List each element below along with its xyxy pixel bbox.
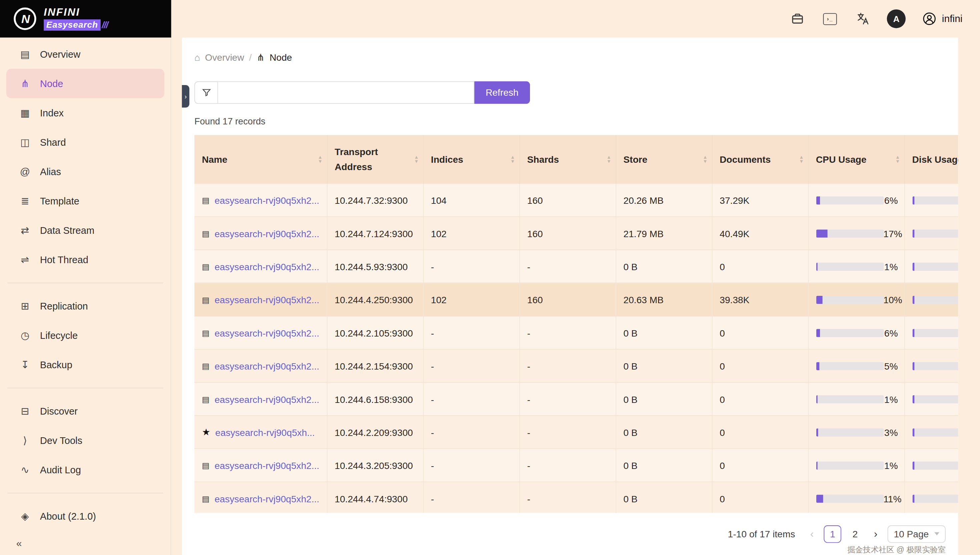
sidebar-collapse-button[interactable]: « bbox=[16, 537, 22, 549]
column-header-name[interactable]: Name▴▾ bbox=[194, 135, 327, 184]
transport-address-cell: 10.244.7.32:9300 bbox=[327, 184, 423, 217]
sidebar-divider bbox=[8, 493, 163, 494]
refresh-button[interactable]: Refresh bbox=[474, 81, 530, 103]
sidebar-item-label: Data Stream bbox=[40, 225, 94, 236]
discover-icon: ⊟ bbox=[19, 405, 31, 417]
sidebar-item-lifecycle[interactable]: ◷Lifecycle bbox=[6, 321, 164, 350]
page-button-1[interactable]: 1 bbox=[824, 525, 841, 543]
column-header-cpu[interactable]: CPU Usage▴▾ bbox=[808, 135, 904, 184]
sort-control-icon[interactable]: ▴▾ bbox=[319, 156, 321, 164]
store-cell: 0 B bbox=[615, 316, 712, 350]
page-size-select[interactable]: 10 Page bbox=[888, 525, 946, 543]
sidebar-item-about[interactable]: ◈About (2.1.0) bbox=[6, 502, 164, 531]
sidebar-item-discover[interactable]: ⊟Discover bbox=[6, 396, 164, 426]
node-name-link[interactable]: easysearch-rvj90q5xh2... bbox=[215, 295, 319, 305]
node-name-link[interactable]: easysearch-rvj90q5xh2... bbox=[215, 228, 319, 239]
transport-address-cell: 10.244.4.250:9300 bbox=[327, 283, 423, 316]
breadcrumb-node[interactable]: Node bbox=[270, 52, 292, 63]
workbench-icon[interactable] bbox=[789, 11, 806, 27]
sidebar-item-hot-thread[interactable]: ⇌Hot Thread bbox=[6, 245, 164, 274]
node-name-link[interactable]: easysearch-rvj90q5xh2... bbox=[215, 361, 319, 372]
transport-address-cell: 10.244.3.205:9300 bbox=[327, 449, 423, 482]
page-button-2[interactable]: 2 bbox=[846, 525, 864, 543]
sidebar-item-dev-tools[interactable]: ⟩Dev Tools bbox=[6, 426, 164, 455]
watermark: 掘金技术社区 @ 极限实验室 bbox=[194, 544, 946, 555]
panel-expand-handle[interactable]: › bbox=[182, 85, 190, 108]
sidebar-item-label: Lifecycle bbox=[40, 330, 78, 341]
node-name-link[interactable]: easysearch-rvj90q5xh2... bbox=[215, 460, 319, 471]
sort-control-icon[interactable]: ▴▾ bbox=[608, 156, 610, 164]
brand-logo[interactable]: N INFINI Easysearch /// bbox=[0, 0, 171, 38]
nodes-table-container[interactable]: Name▴▾Transport Address▴▾Indices▴▾Shards… bbox=[194, 135, 958, 513]
node-name-link[interactable]: easysearch-rvj90q5xh2... bbox=[215, 394, 319, 404]
column-header-store[interactable]: Store▴▾ bbox=[615, 135, 712, 184]
avatar[interactable]: A bbox=[887, 9, 906, 28]
node-row: ▤easysearch-rvj90q5xh2...10.244.4.74:930… bbox=[194, 482, 958, 512]
store-cell: 0 B bbox=[615, 482, 712, 512]
svg-text:N: N bbox=[21, 12, 30, 26]
sidebar-item-node[interactable]: ⋔Node bbox=[6, 69, 164, 98]
sort-control-icon[interactable]: ▴▾ bbox=[800, 156, 803, 164]
sidebar-item-label: Backup bbox=[40, 359, 72, 371]
sidebar-item-label: Node bbox=[40, 78, 63, 89]
hot-thread-icon: ⇌ bbox=[19, 254, 31, 266]
column-header-indices[interactable]: Indices▴▾ bbox=[423, 135, 520, 184]
filter-button[interactable] bbox=[194, 81, 218, 103]
sort-control-icon[interactable]: ▴▾ bbox=[415, 156, 418, 164]
sidebar-item-index[interactable]: ▦Index bbox=[6, 98, 164, 127]
column-label: Documents bbox=[719, 152, 771, 167]
sidebar-item-template[interactable]: ≣Template bbox=[6, 186, 164, 216]
dev-console-icon[interactable]: ›_ bbox=[822, 11, 838, 27]
column-header-documents[interactable]: Documents▴▾ bbox=[712, 135, 808, 184]
store-cell: 0 B bbox=[615, 350, 712, 383]
search-input[interactable] bbox=[218, 81, 474, 103]
sidebar-item-audit-log[interactable]: ∿Audit Log bbox=[6, 455, 164, 484]
node-name-link[interactable]: easysearch-rvj90q5xh2... bbox=[215, 327, 319, 338]
transport-address-cell: 10.244.4.74:9300 bbox=[327, 482, 423, 512]
next-page-button[interactable]: › bbox=[869, 526, 882, 542]
cpu-usage-bar bbox=[816, 495, 884, 503]
shards-cell: - bbox=[520, 416, 615, 449]
shards-cell: 160 bbox=[520, 283, 615, 316]
column-header-disk[interactable]: Disk Usage▴▾ bbox=[904, 135, 958, 184]
prev-page-button[interactable]: ‹ bbox=[805, 526, 819, 542]
cpu-usage-bar bbox=[816, 263, 884, 271]
node-row: ★easysearch-rvj90q5xh...10.244.2.209:930… bbox=[194, 416, 958, 449]
cpu-usage-bar bbox=[816, 362, 884, 370]
sort-control-icon[interactable]: ▴▾ bbox=[896, 156, 899, 164]
column-header-shards[interactable]: Shards▴▾ bbox=[520, 135, 615, 184]
name-cell: ▤easysearch-rvj90q5xh2... bbox=[194, 383, 327, 415]
node-row: ▤easysearch-rvj90q5xh2...10.244.2.105:93… bbox=[194, 316, 958, 350]
node-name-link[interactable]: easysearch-rvj90q5xh2... bbox=[215, 261, 319, 272]
documents-cell: 40.49K bbox=[712, 217, 808, 250]
node-name-link[interactable]: easysearch-rvj90q5xh2... bbox=[215, 493, 319, 504]
node-name-link[interactable]: easysearch-rvj90q5xh... bbox=[215, 427, 315, 438]
cpu-usage-value: 5% bbox=[884, 361, 898, 372]
user-account[interactable]: infini bbox=[922, 11, 962, 26]
column-header-transport[interactable]: Transport Address▴▾ bbox=[327, 135, 423, 184]
sidebar-item-alias[interactable]: @Alias bbox=[6, 157, 164, 186]
cpu-usage-cell: 11% bbox=[808, 482, 904, 512]
sidebar-item-label: Template bbox=[40, 196, 79, 207]
brand-mark-icon: N bbox=[13, 6, 38, 31]
node-row: ▤easysearch-rvj90q5xh2...10.244.5.93:930… bbox=[194, 250, 958, 283]
node-name-link[interactable]: easysearch-rvj90q5xh2... bbox=[215, 195, 319, 206]
cpu-usage-bar bbox=[816, 329, 884, 337]
sidebar-item-shard[interactable]: ◫Shard bbox=[6, 128, 164, 157]
cpu-usage-cell: 3% bbox=[808, 416, 904, 449]
shards-cell: - bbox=[520, 449, 615, 482]
sidebar-item-overview[interactable]: ▤Overview bbox=[6, 39, 164, 69]
table-header-row: Name▴▾Transport Address▴▾Indices▴▾Shards… bbox=[194, 135, 958, 184]
sort-control-icon[interactable]: ▴▾ bbox=[512, 156, 514, 164]
sort-control-icon[interactable]: ▴▾ bbox=[703, 156, 706, 164]
sidebar-item-backup[interactable]: ↧Backup bbox=[6, 350, 164, 380]
toolbar: Refresh bbox=[194, 81, 946, 103]
breadcrumb-overview[interactable]: Overview bbox=[205, 52, 244, 63]
disk-usage-cell bbox=[904, 184, 958, 217]
sidebar-item-data-stream[interactable]: ⇄Data Stream bbox=[6, 216, 164, 245]
transport-address-cell: 10.244.2.209:9300 bbox=[327, 416, 423, 449]
language-switch-icon[interactable] bbox=[854, 11, 871, 27]
name-cell: ▤easysearch-rvj90q5xh2... bbox=[194, 449, 327, 482]
sidebar-item-replication[interactable]: ⊞Replication bbox=[6, 292, 164, 321]
store-cell: 0 B bbox=[615, 449, 712, 482]
